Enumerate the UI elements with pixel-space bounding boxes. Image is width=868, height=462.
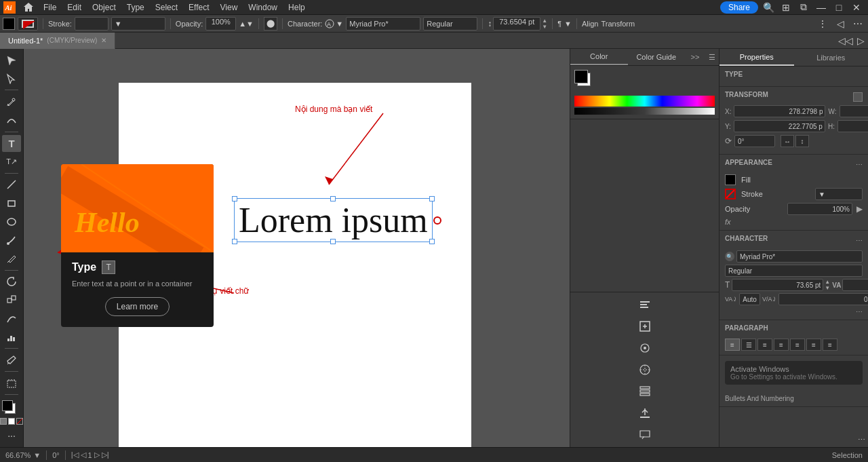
menu-select[interactable]: Select — [150, 0, 183, 14]
handle-tr[interactable] — [429, 196, 435, 201]
maximize-icon[interactable]: □ — [831, 0, 846, 15]
paintbrush-tool[interactable] — [2, 231, 21, 248]
minimize-icon[interactable]: — — [814, 0, 829, 15]
handle-tl[interactable] — [232, 196, 237, 201]
line-tool[interactable] — [2, 176, 21, 193]
type-tool active[interactable]: T — [2, 135, 21, 152]
comments-panel-icon[interactable] — [635, 425, 654, 444]
zoom-control[interactable]: 66.67% ▼ — [5, 451, 41, 459]
share-button[interactable]: Share — [720, 1, 758, 14]
color-guide-tab[interactable]: Color Guide — [628, 49, 686, 65]
char-icon[interactable]: A ▼ — [325, 19, 343, 28]
library-panel-icon[interactable] — [635, 317, 654, 336]
color-spectrum[interactable] — [574, 96, 715, 115]
paragraph-dropdown[interactable]: ▼ — [564, 20, 572, 28]
h-input[interactable] — [837, 120, 868, 132]
font-search-icon[interactable]: 🔍 — [725, 252, 734, 261]
stroke-swatch[interactable] — [725, 189, 736, 199]
flip-v-icon[interactable]: ↕ — [795, 135, 809, 147]
align-left-btn[interactable]: ≡ — [725, 339, 740, 351]
panel-expand-icon[interactable]: >> — [685, 49, 705, 65]
font-size-prop-input[interactable] — [732, 279, 823, 291]
lorem-text[interactable]: Lorem ipsum — [239, 201, 428, 239]
column-graph-tool[interactable] — [2, 328, 21, 345]
font-dropdown[interactable]: Myriad Pro* — [346, 17, 420, 31]
grid-view-icon[interactable]: ⊞ — [778, 0, 793, 15]
leading-input[interactable] — [842, 279, 868, 291]
tracking-dropdown[interactable]: Auto — [739, 293, 760, 305]
fx-label[interactable]: fx — [725, 218, 731, 226]
canvas-area[interactable]: Hello Type T Enter text at a point or in… — [24, 49, 570, 447]
menu-window[interactable]: Window — [243, 0, 283, 14]
menu-edit[interactable]: Edit — [62, 0, 87, 14]
menu-type[interactable]: Type — [121, 0, 150, 14]
next-page-btn[interactable]: ▷ — [94, 450, 100, 459]
next-page-btn2[interactable]: ▷| — [102, 450, 109, 459]
learn-more-button[interactable]: Learn more — [105, 297, 170, 316]
menu-help[interactable]: Help — [283, 0, 311, 14]
stroke-dropdown[interactable]: ▼ — [111, 17, 165, 31]
selection-tool[interactable] — [2, 52, 21, 69]
menu-view[interactable]: View — [215, 0, 243, 14]
pencil-tool[interactable] — [2, 250, 21, 267]
appearance-more[interactable]: ⋯ — [856, 161, 863, 168]
menu-object[interactable]: Object — [87, 0, 121, 14]
stroke-weight-dropdown[interactable]: ▼ — [815, 188, 863, 200]
fill-options[interactable]: ⬤ — [264, 17, 277, 31]
handle-tm[interactable] — [330, 196, 336, 201]
panel-toggle-icon[interactable]: ◁ — [833, 16, 848, 31]
handle-bl[interactable] — [232, 239, 237, 244]
font-style-prop-dropdown[interactable]: Regular — [725, 265, 863, 277]
fg-swatch[interactable] — [574, 70, 588, 83]
lorem-text-container[interactable]: Lorem ipsum — [234, 198, 433, 242]
home-icon[interactable] — [19, 0, 38, 15]
close-icon[interactable]: ✕ — [849, 0, 864, 15]
direct-selection-tool[interactable] — [2, 70, 21, 87]
align-justify-center-btn[interactable]: ≡ — [806, 339, 821, 351]
y-input[interactable] — [734, 120, 825, 132]
properties-tab[interactable]: Properties — [719, 49, 794, 66]
ellipse-tool[interactable] — [2, 213, 21, 230]
opacity-stepper[interactable]: ▲▼ — [239, 20, 254, 28]
warp-tool[interactable] — [2, 310, 21, 327]
appearance-panel-icon[interactable] — [635, 360, 654, 379]
export-panel-icon[interactable] — [635, 404, 654, 423]
stroke-input[interactable] — [75, 17, 108, 31]
font-size-field[interactable]: ↕ 73.6504 pt ▲▼ — [488, 17, 547, 31]
eyedropper-tool[interactable] — [2, 351, 21, 368]
transform-panel-icon[interactable] — [635, 339, 654, 358]
menu-file[interactable]: File — [38, 0, 62, 14]
angle-dropdown[interactable]: 0° — [734, 135, 775, 147]
transform-grid-icon[interactable] — [853, 92, 863, 102]
character-more-link[interactable]: ⋯ — [725, 308, 863, 315]
document-tab[interactable]: Untitled-1* (CMYK/Preview) ✕ — [0, 33, 115, 49]
handle-rm[interactable] — [433, 216, 441, 225]
artboard-tool[interactable] — [2, 374, 21, 391]
curvature-tool[interactable] — [2, 111, 21, 128]
font-size-prop-stepper[interactable]: ▲▼ — [825, 279, 830, 291]
handle-br[interactable] — [429, 239, 435, 244]
prev-page-btn2[interactable]: ◁ — [81, 450, 86, 459]
align-justify-btn[interactable]: ≡ — [774, 339, 789, 351]
stroke-icon[interactable] — [18, 17, 38, 31]
opacity-value-input[interactable] — [787, 203, 852, 215]
w-input[interactable] — [840, 105, 869, 117]
rotate-tool[interactable] — [2, 273, 21, 290]
panel-arrange-right[interactable]: ▷ — [853, 33, 868, 48]
prev-page-btn[interactable]: |◁ — [71, 450, 79, 459]
toolbar-extra-icon[interactable]: ⋯ — [850, 16, 865, 31]
search-icon[interactable]: 🔍 — [761, 0, 776, 15]
rectangle-tool[interactable] — [2, 195, 21, 212]
align-justify-right-btn[interactable]: ≡ — [790, 339, 805, 351]
font-size-stepper[interactable]: ▲▼ — [542, 18, 547, 30]
scale-tool[interactable] — [2, 292, 21, 309]
fill-swatch[interactable] — [725, 174, 736, 185]
kerning-input[interactable] — [778, 293, 868, 305]
align-center-btn[interactable]: ☰ — [741, 339, 756, 351]
touch-type-tool[interactable]: T↗ — [2, 153, 21, 170]
font-style-dropdown[interactable]: Regular — [423, 17, 477, 31]
opacity-expand-icon[interactable]: ▶ — [856, 204, 863, 214]
opacity-input[interactable]: 100% — [205, 17, 236, 31]
align-right-btn[interactable]: ≡ — [757, 339, 772, 351]
pen-tool[interactable] — [2, 93, 21, 110]
